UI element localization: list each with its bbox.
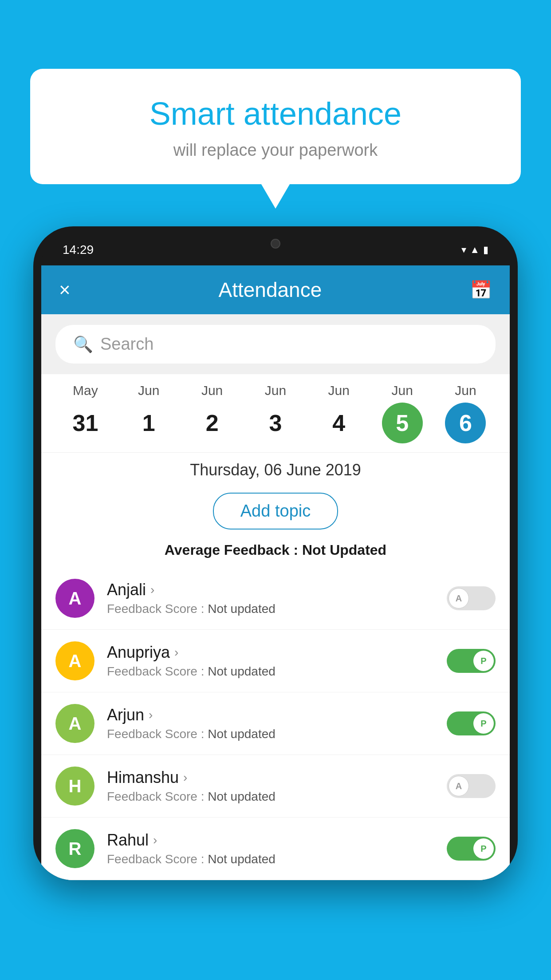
phone-status-bar: 14:29 ▾ ▲ ▮ — [41, 234, 510, 265]
bubble-title: Smart attendance — [48, 95, 503, 132]
toggle-knob-2: P — [473, 713, 494, 734]
calendar-icon[interactable]: 📅 — [470, 280, 492, 300]
feedback-value-1: Not updated — [208, 664, 276, 678]
bubble-subtitle: will replace your paperwork — [48, 141, 503, 160]
student-feedback-0: Feedback Score : Not updated — [107, 602, 434, 616]
phone-camera — [271, 239, 280, 249]
student-info-4: Rahul ›Feedback Score : Not updated — [107, 831, 434, 866]
wifi-icon: ▾ — [461, 244, 466, 256]
toggle-container-3[interactable]: A — [447, 774, 496, 798]
attendance-toggle-2[interactable]: P — [447, 711, 496, 735]
add-topic-button[interactable]: Add topic — [213, 493, 338, 530]
student-item-4: RRahul ›Feedback Score : Not updatedP — [41, 818, 510, 880]
close-button[interactable]: × — [59, 279, 71, 301]
battery-icon: ▮ — [483, 244, 488, 256]
chevron-icon: › — [183, 771, 187, 785]
date-item-1[interactable]: Jun1 — [128, 383, 169, 443]
date-item-3[interactable]: Jun3 — [255, 383, 296, 443]
speech-bubble: Smart attendance will replace your paper… — [30, 69, 521, 184]
phone-frame: 14:29 ▾ ▲ ▮ × Attendance 📅 🔍 Search — [33, 226, 518, 880]
chevron-icon: › — [149, 708, 153, 722]
date-day-6[interactable]: 6 — [445, 403, 486, 443]
student-avatar-2: A — [55, 704, 94, 743]
date-month-3: Jun — [265, 383, 286, 398]
student-name-0[interactable]: Anjali › — [107, 581, 434, 599]
student-item-1: AAnupriya ›Feedback Score : Not updatedP — [41, 630, 510, 692]
date-day-0[interactable]: 31 — [65, 403, 106, 443]
date-day-3[interactable]: 3 — [255, 403, 296, 443]
student-feedback-4: Feedback Score : Not updated — [107, 852, 434, 866]
student-avatar-1: A — [55, 641, 94, 680]
student-name-2[interactable]: Arjun › — [107, 706, 434, 724]
student-name-3[interactable]: Himanshu › — [107, 768, 434, 787]
date-day-4[interactable]: 4 — [319, 403, 359, 443]
toggle-container-0[interactable]: A — [447, 586, 496, 610]
date-month-2: Jun — [201, 383, 223, 398]
toggle-knob-1: P — [473, 651, 494, 671]
date-item-4[interactable]: Jun4 — [319, 383, 359, 443]
avg-feedback-label: Average Feedback : — [165, 542, 298, 558]
date-month-5: Jun — [391, 383, 413, 398]
app-content: 🔍 Search May31Jun1Jun2Jun3Jun4Jun5Jun6 T… — [41, 314, 510, 880]
toggle-knob-3: A — [449, 776, 469, 796]
app-title: Attendance — [218, 278, 322, 302]
date-day-1[interactable]: 1 — [128, 403, 169, 443]
chevron-icon: › — [150, 583, 154, 597]
student-item-3: HHimanshu ›Feedback Score : Not updatedA — [41, 755, 510, 818]
phone-container: 14:29 ▾ ▲ ▮ × Attendance 📅 🔍 Search — [33, 226, 518, 980]
date-day-5[interactable]: 5 — [382, 403, 423, 443]
toggle-container-2[interactable]: P — [447, 711, 496, 735]
phone-notch — [249, 234, 302, 253]
search-bar: 🔍 Search — [41, 314, 510, 374]
feedback-value-0: Not updated — [208, 602, 276, 616]
student-feedback-1: Feedback Score : Not updated — [107, 664, 434, 679]
attendance-toggle-1[interactable]: P — [447, 649, 496, 673]
date-month-0: May — [73, 383, 98, 398]
attendance-toggle-0[interactable]: A — [447, 586, 496, 610]
date-item-6[interactable]: Jun6 — [445, 383, 486, 443]
toggle-container-1[interactable]: P — [447, 649, 496, 673]
toggle-knob-4: P — [473, 838, 494, 859]
student-info-0: Anjali ›Feedback Score : Not updated — [107, 581, 434, 616]
student-avatar-3: H — [55, 767, 94, 806]
attendance-toggle-4[interactable]: P — [447, 837, 496, 861]
toggle-knob-0: A — [449, 588, 469, 609]
student-name-4[interactable]: Rahul › — [107, 831, 434, 850]
search-field[interactable]: 🔍 Search — [55, 325, 496, 364]
add-topic-container: Add topic — [41, 485, 510, 537]
date-month-6: Jun — [455, 383, 476, 398]
status-icons: ▾ ▲ ▮ — [461, 244, 488, 256]
feedback-value-4: Not updated — [208, 852, 276, 866]
student-list: AAnjali ›Feedback Score : Not updatedAAA… — [41, 567, 510, 880]
speech-bubble-container: Smart attendance will replace your paper… — [30, 69, 521, 184]
attendance-toggle-3[interactable]: A — [447, 774, 496, 798]
student-item-0: AAnjali ›Feedback Score : Not updatedA — [41, 567, 510, 630]
student-feedback-2: Feedback Score : Not updated — [107, 727, 434, 741]
avg-feedback-value: Not Updated — [302, 542, 386, 558]
student-info-1: Anupriya ›Feedback Score : Not updated — [107, 643, 434, 679]
student-info-2: Arjun ›Feedback Score : Not updated — [107, 706, 434, 741]
chevron-icon: › — [153, 833, 157, 847]
date-day-2[interactable]: 2 — [192, 403, 232, 443]
search-placeholder: Search — [100, 335, 153, 354]
student-name-1[interactable]: Anupriya › — [107, 643, 434, 662]
chevron-icon: › — [174, 645, 178, 660]
student-avatar-4: R — [55, 829, 94, 868]
feedback-value-3: Not updated — [208, 790, 276, 803]
student-avatar-0: A — [55, 579, 94, 618]
date-item-2[interactable]: Jun2 — [192, 383, 232, 443]
student-feedback-3: Feedback Score : Not updated — [107, 790, 434, 804]
search-icon: 🔍 — [73, 335, 93, 354]
signal-icon: ▲ — [470, 244, 480, 256]
toggle-container-4[interactable]: P — [447, 837, 496, 861]
date-month-4: Jun — [328, 383, 350, 398]
app-header: × Attendance 📅 — [41, 265, 510, 314]
date-header: Thursday, 06 June 2019 — [41, 452, 510, 485]
student-item-2: AArjun ›Feedback Score : Not updatedP — [41, 692, 510, 755]
status-time: 14:29 — [63, 243, 94, 257]
date-month-1: Jun — [138, 383, 159, 398]
date-item-0[interactable]: May31 — [65, 383, 106, 443]
date-item-5[interactable]: Jun5 — [382, 383, 423, 443]
date-picker: May31Jun1Jun2Jun3Jun4Jun5Jun6 — [41, 374, 510, 452]
date-picker-row: May31Jun1Jun2Jun3Jun4Jun5Jun6 — [54, 383, 497, 443]
